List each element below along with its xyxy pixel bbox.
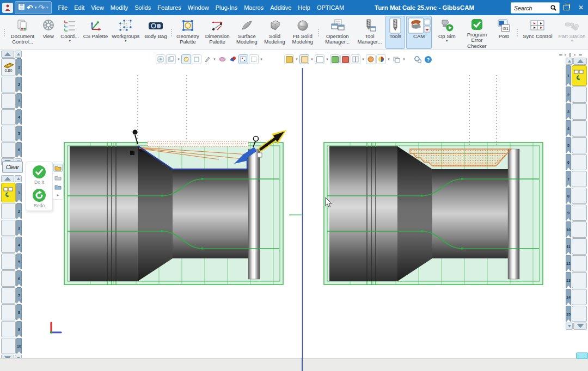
operation-manager-button[interactable]: Operation Manager... bbox=[321, 16, 353, 49]
operation-slot-9[interactable] bbox=[1, 321, 16, 337]
operation-slot-1-selected[interactable] bbox=[1, 183, 16, 202]
save-icon[interactable] bbox=[18, 3, 25, 13]
tool-slot-5[interactable] bbox=[1, 126, 16, 141]
tool-tab-1[interactable]: 1 bbox=[16, 58, 22, 76]
menu-opticam[interactable]: OPTICAM bbox=[314, 4, 347, 11]
wg-list-scroll-down-button[interactable] bbox=[573, 323, 587, 330]
tool-list-scroll-up-button[interactable] bbox=[1, 51, 14, 58]
stamp-blue-icon[interactable] bbox=[54, 183, 62, 190]
clear-button[interactable]: Clear bbox=[2, 161, 23, 173]
workgroup-tab-13[interactable]: 13 bbox=[566, 272, 571, 288]
coord-button[interactable]: Coord... ▾ bbox=[58, 16, 81, 49]
tool-tab-6[interactable]: 6 bbox=[16, 142, 22, 158]
workgroup-tab-9[interactable]: 9 bbox=[566, 205, 571, 221]
square-marker-black[interactable] bbox=[130, 151, 134, 155]
op-list-page-up-button[interactable] bbox=[15, 175, 22, 182]
workgroup-tab-3[interactable]: 3 bbox=[566, 103, 571, 120]
operation-slot-6[interactable] bbox=[1, 270, 16, 287]
workgroup-slot-4[interactable] bbox=[572, 120, 587, 137]
workgroup-tab-14[interactable]: 14 bbox=[566, 289, 571, 305]
tools-button[interactable]: Tools bbox=[385, 16, 405, 49]
post-button[interactable]: G1 Post bbox=[493, 16, 514, 49]
menu-solids[interactable]: Solids bbox=[131, 4, 154, 11]
workgroup-tab-15[interactable]: 15 bbox=[566, 306, 571, 322]
operation-tab-9[interactable]: 9 bbox=[16, 321, 22, 337]
menu-plugins[interactable]: Plug-Ins bbox=[212, 4, 241, 11]
tool-slot-6[interactable] bbox=[1, 142, 16, 158]
operation-tab-8[interactable]: 8 bbox=[16, 304, 22, 320]
tool-slot-1[interactable]: 0.80 bbox=[1, 58, 16, 76]
workgroup-tab-6[interactable]: 6 bbox=[566, 154, 571, 170]
workgroup-tab-4[interactable]: 4 bbox=[566, 120, 571, 137]
redo-button[interactable]: Redo bbox=[32, 188, 46, 208]
operation-tab-3[interactable]: 3 bbox=[16, 220, 22, 236]
op-list-scroll-up-button[interactable] bbox=[1, 175, 14, 182]
operation-slot-10[interactable] bbox=[1, 338, 16, 354]
stamp-gray-icon[interactable] bbox=[54, 174, 62, 181]
workgroup-tab-11[interactable]: 11 bbox=[566, 238, 571, 255]
start-point-marker[interactable] bbox=[133, 130, 138, 135]
workgroup-tab-8[interactable]: 8 bbox=[566, 188, 571, 204]
workgroup-tab-1[interactable]: 1 bbox=[566, 65, 571, 86]
workgroup-tab-5[interactable]: 5 bbox=[566, 137, 571, 153]
menu-help[interactable]: Help bbox=[295, 4, 314, 11]
wg-list-page-up-button[interactable] bbox=[566, 58, 573, 65]
expand-strip-icon[interactable]: ▸ bbox=[57, 193, 59, 197]
sync-control-button[interactable]: Sync Control bbox=[520, 16, 555, 49]
redo-caret-icon[interactable]: ▾ bbox=[46, 5, 48, 10]
workgroup-tab-7[interactable]: 7 bbox=[566, 171, 571, 187]
menu-edit[interactable]: Edit bbox=[71, 4, 88, 11]
surface-modeling-button[interactable]: Surface Modeling bbox=[234, 16, 260, 49]
workgroup-slot-6[interactable] bbox=[572, 154, 587, 170]
workgroup-slot-8[interactable] bbox=[572, 188, 587, 204]
viewport-canvas[interactable] bbox=[23, 51, 565, 358]
fb-solid-modeling-button[interactable]: FB Solid Modeling bbox=[289, 16, 316, 49]
operation-slot-8[interactable] bbox=[1, 304, 16, 320]
workgroups-button[interactable]: Workgroups ▾ bbox=[110, 16, 141, 49]
tool-tab-5[interactable]: 5 bbox=[16, 126, 22, 141]
tool-slot-3[interactable] bbox=[1, 93, 16, 109]
end-point-marker[interactable] bbox=[254, 137, 259, 141]
operation-tab-7[interactable]: 7 bbox=[16, 287, 22, 304]
do-it-button[interactable]: Do It bbox=[32, 165, 46, 185]
geometry-palette-button[interactable]: Geometry Palette bbox=[174, 16, 201, 49]
operation-tab-1[interactable]: 1 bbox=[16, 183, 22, 202]
workgroup-slot-2[interactable] bbox=[572, 86, 587, 103]
operation-tab-5[interactable]: 5 bbox=[16, 253, 22, 270]
workgroup-slot-13[interactable] bbox=[572, 272, 587, 288]
operation-slot-3[interactable] bbox=[1, 220, 16, 236]
workgroups-caret-icon[interactable]: ▾ bbox=[125, 39, 127, 42]
workgroup-slot-14[interactable] bbox=[572, 289, 587, 305]
operation-slot-5[interactable] bbox=[1, 253, 16, 270]
operation-slot-2[interactable] bbox=[1, 203, 16, 219]
program-error-checker-button[interactable]: Program Error Checker bbox=[462, 16, 492, 49]
undo-icon[interactable]: ↶ bbox=[27, 4, 33, 11]
redo-icon[interactable]: ↷ bbox=[38, 4, 45, 11]
operation-tab-6[interactable]: 6 bbox=[16, 270, 22, 287]
operation-tab-4[interactable]: 4 bbox=[16, 237, 22, 253]
undo-caret-icon[interactable]: ▾ bbox=[35, 5, 37, 10]
workgroup-tab-2[interactable]: 2 bbox=[566, 86, 571, 103]
workgroup-slot-5[interactable] bbox=[572, 137, 587, 153]
cam-button[interactable]: CAM bbox=[406, 16, 432, 49]
workgroup-tab-10[interactable]: 10 bbox=[566, 221, 571, 238]
tool-slot-2[interactable] bbox=[1, 77, 16, 92]
coord-caret-icon[interactable]: ▾ bbox=[69, 39, 71, 42]
workgroup-slot-10[interactable] bbox=[572, 221, 587, 238]
tool-manager-button[interactable]: Tool Manager... bbox=[354, 16, 384, 49]
operation-slot-4[interactable] bbox=[1, 237, 16, 253]
menu-file[interactable]: File bbox=[55, 4, 71, 11]
workgroup-slot-9[interactable] bbox=[572, 205, 587, 221]
workgroup-slot-15[interactable] bbox=[572, 306, 587, 322]
cs-palette-button[interactable]: CS Palette bbox=[82, 16, 109, 49]
operation-tab-2[interactable]: 2 bbox=[16, 203, 22, 219]
workgroup-slot-12[interactable] bbox=[572, 255, 587, 271]
menu-features[interactable]: Features bbox=[154, 4, 184, 11]
open-folder-icon[interactable] bbox=[53, 164, 63, 172]
menu-modify[interactable]: Modify bbox=[107, 4, 131, 11]
tool-tab-3[interactable]: 3 bbox=[16, 93, 22, 109]
minimize-button[interactable]: − bbox=[551, 4, 555, 11]
menu-view[interactable]: View bbox=[88, 4, 107, 11]
workgroup-tab-12[interactable]: 12 bbox=[566, 255, 571, 271]
tool-tab-4[interactable]: 4 bbox=[16, 109, 22, 125]
